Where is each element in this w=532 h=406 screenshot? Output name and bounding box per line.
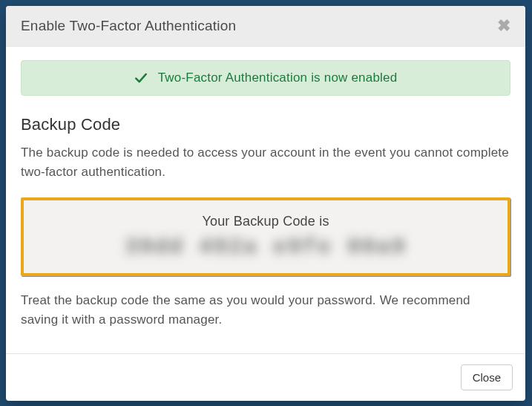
modal-header: Enable Two-Factor Authentication ✖ [6, 6, 525, 47]
code-label: Your Backup Code is [33, 214, 499, 229]
intro-text: The backup code is needed to access your… [21, 143, 510, 181]
modal-title: Enable Two-Factor Authentication [21, 18, 236, 34]
backup-code-box: Your Backup Code is 39dd 492a e9fe 00a9 [21, 197, 510, 276]
close-button[interactable]: Close [461, 364, 513, 390]
backup-code-value: 39dd 492a e9fe 00a9 [33, 235, 499, 260]
two-factor-modal: Enable Two-Factor Authentication ✖ Two-F… [6, 6, 525, 401]
close-icon[interactable]: ✖ [497, 18, 510, 34]
modal-footer: Close [6, 353, 525, 401]
post-text: Treat the backup code the same as you wo… [21, 291, 510, 329]
check-icon [134, 71, 148, 85]
alert-text: Two-Factor Authentication is now enabled [158, 71, 398, 85]
modal-body: Two-Factor Authentication is now enabled… [6, 47, 525, 353]
alert-success: Two-Factor Authentication is now enabled [21, 60, 510, 96]
section-title: Backup Code [21, 115, 510, 134]
